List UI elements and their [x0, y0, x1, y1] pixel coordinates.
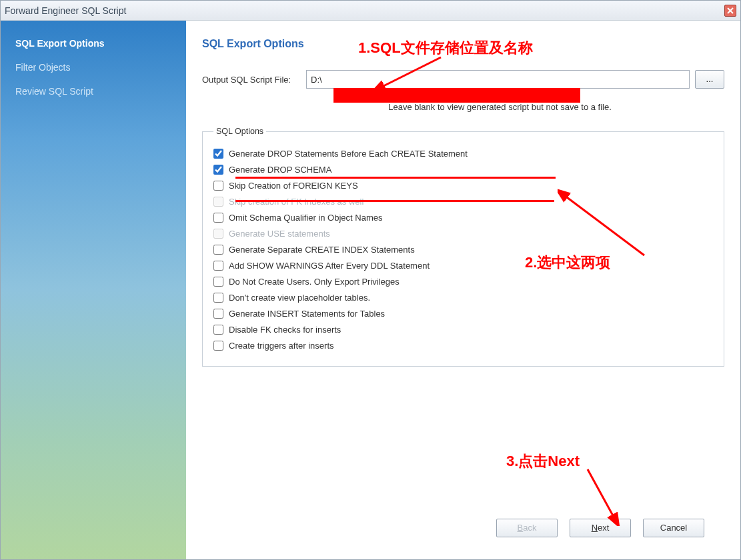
sql-options-group: SQL Options Generate DROP Statements Bef… — [202, 127, 724, 367]
annotation-underline-1 — [235, 177, 556, 179]
checkbox-no-view-placeholder[interactable] — [213, 293, 223, 303]
sidebar-item-label: Filter Objects — [15, 62, 70, 73]
checkbox-insert-statements[interactable] — [213, 309, 223, 319]
option-label: Generate DROP Statements Before Each CRE… — [229, 149, 468, 159]
option-row-triggers-after-inserts: Create triggers after inserts — [213, 341, 713, 351]
checkbox-use-statements — [213, 229, 223, 239]
option-label: Do Not Create Users. Only Export Privile… — [229, 277, 400, 287]
window-title: Forward Engineer SQL Script — [5, 5, 724, 16]
back-button: Back — [496, 519, 558, 537]
button-bar: Back Next Cancel — [202, 513, 724, 549]
close-icon — [727, 7, 734, 14]
sql-options-legend: SQL Options — [213, 127, 266, 136]
option-label: Generate INSERT Statements for Tables — [229, 309, 385, 319]
sidebar: SQL Export Options Filter Objects Review… — [1, 21, 186, 559]
option-label: Generate DROP SCHEMA — [229, 165, 331, 175]
output-file-label: Output SQL Script File: — [202, 75, 301, 85]
sidebar-item-filter-objects[interactable]: Filter Objects — [10, 55, 177, 79]
option-label: Generate USE statements — [229, 229, 330, 239]
titlebar: Forward Engineer SQL Script — [1, 1, 740, 21]
option-label: Disable FK checks for inserts — [229, 325, 341, 335]
option-row-omit-schema: Omit Schema Qualifier in Object Names — [213, 213, 713, 223]
sidebar-item-export-options[interactable]: SQL Export Options — [10, 31, 177, 55]
option-row-skip-fk: Skip Creation of FOREIGN KEYS — [213, 181, 713, 191]
checkbox-drop-before-create[interactable] — [213, 149, 223, 159]
checkbox-triggers-after-inserts[interactable] — [213, 341, 223, 351]
close-button[interactable] — [724, 5, 736, 17]
next-button-rest: ext — [598, 523, 609, 533]
checkbox-create-index[interactable] — [213, 245, 223, 255]
option-row-disable-fk-inserts: Disable FK checks for inserts — [213, 325, 713, 335]
checkbox-show-warnings[interactable] — [213, 261, 223, 271]
option-row-no-view-placeholder: Don't create view placeholder tables. — [213, 293, 713, 303]
option-label: Omit Schema Qualifier in Object Names — [229, 213, 382, 223]
page-heading: SQL Export Options — [202, 38, 724, 50]
next-button[interactable]: Next — [570, 519, 631, 537]
annotation-underline-2 — [235, 200, 554, 202]
option-label: Don't create view placeholder tables. — [229, 293, 370, 303]
option-label: Create triggers after inserts — [229, 341, 334, 351]
option-label: Add SHOW WARNINGS After Every DDL Statem… — [229, 261, 430, 271]
browse-button[interactable]: ... — [695, 70, 724, 89]
sidebar-item-label: Review SQL Script — [15, 86, 93, 97]
option-row-drop-schema: Generate DROP SCHEMA — [213, 165, 713, 175]
option-row-insert-statements: Generate INSERT Statements for Tables — [213, 309, 713, 319]
sidebar-item-label: SQL Export Options — [15, 38, 105, 49]
output-file-input[interactable] — [306, 70, 690, 89]
back-button-rest: ack — [523, 523, 536, 533]
output-file-hint: Leave blank to view generated script but… — [202, 102, 724, 112]
sidebar-item-review-script[interactable]: Review SQL Script — [10, 79, 177, 103]
option-row-show-warnings: Add SHOW WARNINGS After Every DDL Statem… — [213, 261, 713, 271]
cancel-button[interactable]: Cancel — [643, 519, 704, 537]
redaction-block — [333, 88, 580, 103]
checkbox-no-create-users[interactable] — [213, 277, 223, 287]
checkbox-skip-fk[interactable] — [213, 181, 223, 191]
checkbox-skip-fk-indexes — [213, 197, 223, 207]
dialog-window: Forward Engineer SQL Script SQL Export O… — [0, 0, 741, 560]
option-row-drop-before-create: Generate DROP Statements Before Each CRE… — [213, 149, 713, 159]
checkbox-omit-schema[interactable] — [213, 213, 223, 223]
option-label: Skip Creation of FOREIGN KEYS — [229, 181, 358, 191]
option-row-use-statements: Generate USE statements — [213, 229, 713, 239]
option-label: Generate Separate CREATE INDEX Statement… — [229, 245, 415, 255]
option-row-no-create-users: Do Not Create Users. Only Export Privile… — [213, 277, 713, 287]
checkbox-drop-schema[interactable] — [213, 165, 223, 175]
option-row-create-index: Generate Separate CREATE INDEX Statement… — [213, 245, 713, 255]
checkbox-disable-fk-inserts[interactable] — [213, 325, 223, 335]
output-file-row: Output SQL Script File: ... — [202, 70, 724, 89]
